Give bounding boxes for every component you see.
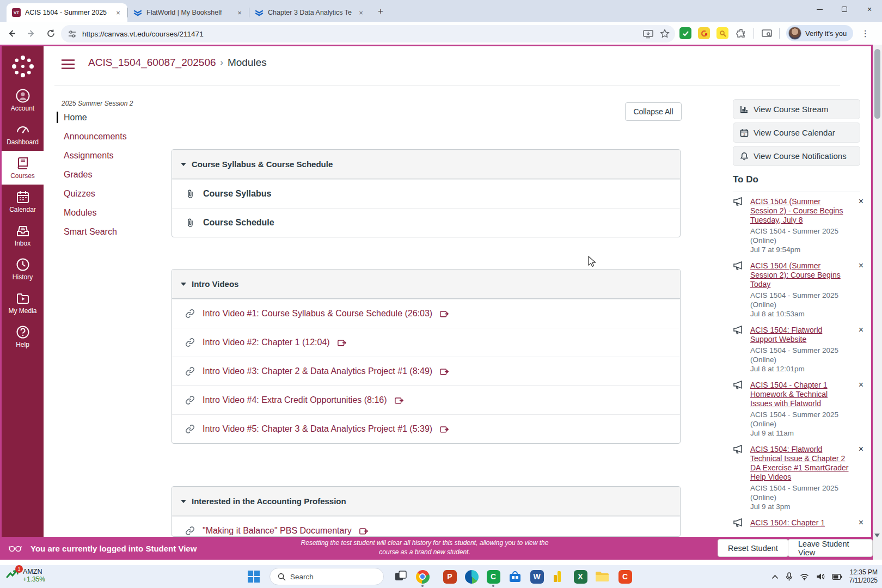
camtasia-red-taskbar-icon[interactable]: C bbox=[617, 569, 633, 584]
course-nav-modules[interactable]: Modules bbox=[57, 207, 160, 218]
module-item-link[interactable]: Course Schedule bbox=[203, 218, 274, 228]
sidebar-item-calendar[interactable]: Calendar bbox=[2, 185, 44, 218]
tab-flatworld[interactable]: FlatWorld | My Bookshelf × bbox=[128, 3, 249, 22]
todo-link[interactable]: ACIS 1504: Flatworld Technical Issue & C… bbox=[750, 445, 849, 482]
todo-link[interactable]: ACIS 1504 (Summer Session 2): Course Beg… bbox=[750, 261, 849, 289]
sidebar-item-account[interactable]: Account bbox=[2, 83, 44, 117]
course-nav-quizzes[interactable]: Quizzes bbox=[57, 188, 160, 199]
magnifier-extension-icon[interactable] bbox=[716, 27, 728, 39]
tab-chapter3[interactable]: Chapter 3 Data Analytics Techni × bbox=[249, 3, 370, 22]
taskbar-stock-widget[interactable]: 1 AMZN +1.35% bbox=[5, 567, 45, 584]
check-extension-icon[interactable] bbox=[679, 27, 691, 39]
leave-student-view-button[interactable]: Leave Student View bbox=[788, 539, 873, 557]
todo-link[interactable]: ACIS 1504: Chapter 1 bbox=[750, 518, 849, 528]
camtasia-green-taskbar-icon[interactable]: C bbox=[486, 569, 501, 584]
sidebar-item-my-media[interactable]: My Media bbox=[2, 286, 44, 320]
breadcrumb-course-link[interactable]: ACIS_1504_60087_202506 bbox=[88, 57, 216, 69]
todo-link[interactable]: ACIS 1504 (Summer Session 2) - Course Be… bbox=[750, 197, 849, 225]
course-menu-button[interactable] bbox=[61, 59, 75, 72]
excel-taskbar-icon[interactable]: X bbox=[573, 569, 588, 584]
tray-chevron-icon[interactable] bbox=[771, 574, 779, 579]
module-header[interactable]: Intro Videos bbox=[172, 270, 680, 299]
minimize-button[interactable] bbox=[807, 0, 832, 19]
bookmark-star-icon[interactable] bbox=[660, 29, 670, 39]
course-nav-smart-search[interactable]: Smart Search bbox=[57, 226, 160, 237]
word-taskbar-icon[interactable]: W bbox=[529, 569, 544, 584]
reload-button[interactable] bbox=[42, 25, 59, 41]
todo-dismiss-icon[interactable]: × bbox=[853, 326, 863, 373]
site-info-icon[interactable] bbox=[68, 29, 77, 39]
reset-student-button[interactable]: Reset Student bbox=[718, 539, 788, 557]
todo-dismiss-icon[interactable]: × bbox=[853, 381, 863, 438]
course-nav-announcements[interactable]: Announcements bbox=[57, 131, 160, 142]
courses-icon bbox=[16, 156, 30, 170]
edge-taskbar-icon[interactable] bbox=[464, 569, 479, 584]
tab-canvas[interactable]: VT ACIS 1504 - Summer 2025 (Onli × bbox=[7, 3, 127, 22]
module-item-link[interactable]: Intro Video #4: Extra Credit Opportuniti… bbox=[203, 395, 387, 405]
scrollbar-down-icon[interactable] bbox=[874, 534, 880, 537]
powerbi-taskbar-icon[interactable] bbox=[551, 569, 566, 584]
sidebar-item-help[interactable]: Help bbox=[2, 320, 44, 353]
module-header[interactable]: Interested in the Accounting Profession bbox=[172, 487, 680, 516]
tab-close-icon[interactable]: × bbox=[356, 8, 366, 17]
module-header[interactable]: Course Syllabus & Course Schedule bbox=[172, 150, 680, 179]
todo-dismiss-icon[interactable]: × bbox=[853, 197, 863, 254]
todo-dismiss-icon[interactable]: × bbox=[853, 261, 863, 318]
todo-time: Jul 7 at 9:54pm bbox=[750, 245, 849, 254]
speaker-icon[interactable] bbox=[816, 573, 825, 580]
module-item-link[interactable]: Intro Video #5: Chapter 3 & Data Analyti… bbox=[203, 424, 432, 434]
back-icon bbox=[7, 29, 16, 38]
start-button[interactable] bbox=[246, 569, 261, 584]
reload-icon bbox=[46, 29, 56, 38]
view-course-stream-button[interactable]: View Course Stream bbox=[733, 99, 860, 119]
taskbar-search[interactable]: Search bbox=[270, 568, 384, 585]
omnibox[interactable]: https://canvas.vt.edu/courses/211471 bbox=[61, 25, 675, 42]
wifi-icon[interactable] bbox=[800, 573, 809, 580]
maximize-button[interactable] bbox=[832, 0, 857, 19]
battery-icon[interactable] bbox=[832, 574, 842, 580]
install-icon[interactable] bbox=[643, 29, 653, 39]
module-item-link[interactable]: Course Syllabus bbox=[203, 189, 271, 199]
todo-dismiss-icon[interactable]: × bbox=[853, 445, 863, 511]
task-view-button[interactable] bbox=[393, 569, 408, 584]
sidebar-item-courses[interactable]: Courses bbox=[2, 151, 44, 185]
scrollbar-thumb[interactable] bbox=[874, 49, 880, 119]
url-bar[interactable]: https://canvas.vt.edu/courses/211471 bbox=[82, 30, 643, 38]
tab-close-icon[interactable]: × bbox=[113, 8, 123, 17]
module-item-link[interactable]: Intro Video #2: Chapter 1 (12:04) bbox=[203, 338, 330, 347]
sidebar-item-inbox[interactable]: Inbox bbox=[2, 218, 44, 252]
course-nav-grades[interactable]: Grades bbox=[57, 169, 160, 180]
collapse-all-button[interactable]: Collapse All bbox=[625, 102, 682, 121]
file-explorer-taskbar-icon[interactable] bbox=[595, 569, 610, 584]
todo-link[interactable]: ACIS 1504: Flatworld Support Website bbox=[750, 326, 849, 344]
scrollbar[interactable] bbox=[873, 45, 882, 560]
canvas-logo-icon[interactable] bbox=[10, 54, 35, 79]
screen-search-icon[interactable] bbox=[761, 27, 773, 39]
todo-dismiss-icon[interactable]: × bbox=[853, 518, 863, 528]
sidebar-item-history[interactable]: History bbox=[2, 252, 44, 286]
view-course-calendar-button[interactable]: 3 View Course Calendar bbox=[733, 122, 860, 143]
profile-button[interactable]: Verify it's you bbox=[786, 25, 853, 41]
module-item-link[interactable]: Intro Video #3: Chapter 2 & Data Analyti… bbox=[203, 366, 432, 376]
store-taskbar-icon[interactable] bbox=[507, 569, 523, 584]
module-item-link[interactable]: Intro Video #1: Course Syllabus & Course… bbox=[203, 309, 432, 318]
forward-button[interactable] bbox=[23, 25, 39, 41]
sidebar-item-dashboard[interactable]: Dashboard bbox=[2, 117, 44, 151]
extensions-puzzle-icon[interactable] bbox=[735, 27, 747, 39]
back-button[interactable] bbox=[3, 25, 20, 41]
view-course-notifications-button[interactable]: View Course Notifications bbox=[733, 146, 860, 166]
browser-menu-icon[interactable]: ⋮ bbox=[861, 28, 869, 39]
module-item-link[interactable]: "Making it Balance" PBS Documentary bbox=[203, 526, 352, 536]
recorder-extension-icon[interactable] bbox=[698, 27, 710, 39]
new-tab-button[interactable]: + bbox=[373, 4, 388, 19]
course-nav-assignments[interactable]: Assignments bbox=[57, 150, 160, 161]
tray-clock[interactable]: 12:35 PM 7/11/2025 bbox=[849, 568, 878, 585]
close-button[interactable]: × bbox=[857, 0, 882, 19]
microphone-icon[interactable] bbox=[786, 572, 793, 581]
course-nav-home[interactable]: Home bbox=[57, 112, 160, 123]
todo-link[interactable]: ACIS 1504 - Chapter 1 Homework & Technic… bbox=[750, 381, 849, 408]
toolbar-separator bbox=[779, 28, 780, 39]
tab-close-icon[interactable]: × bbox=[235, 8, 244, 17]
powerpoint-taskbar-icon[interactable]: P bbox=[442, 569, 457, 584]
chrome-taskbar-icon[interactable] bbox=[415, 569, 430, 584]
